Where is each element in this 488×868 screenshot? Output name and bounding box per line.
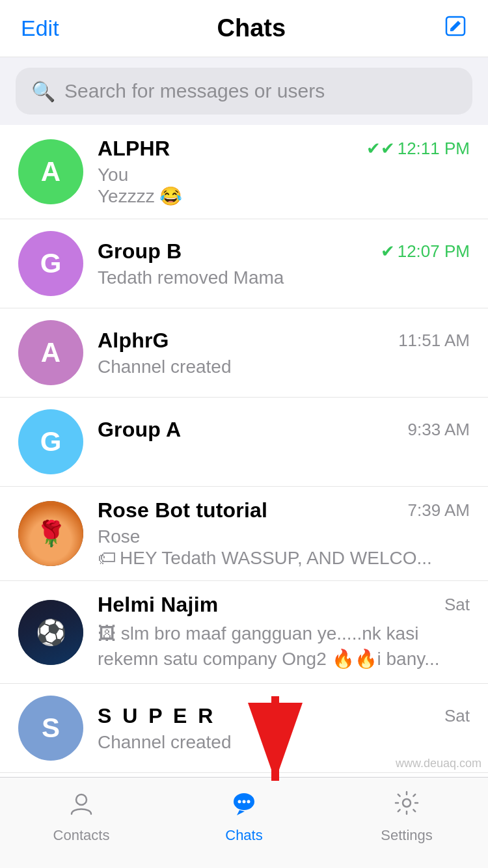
avatar: A (18, 320, 83, 385)
avatar-image: 🌹 (18, 501, 83, 566)
chats-icon (230, 789, 258, 823)
chat-sender: Rose (98, 526, 470, 547)
chat-name: S U P E R (98, 704, 215, 728)
chat-time: ✔✔ 12:11 PM (366, 139, 470, 159)
list-item[interactable]: ⚽ Helmi Najim Sat 🖼 slm bro maaf ganggua… (0, 581, 488, 684)
search-icon: 🔍 (31, 80, 55, 103)
tab-contacts[interactable]: Contacts (0, 789, 163, 844)
chat-message: Yezzzz 😂 (98, 185, 470, 207)
chat-name: AlphrG (98, 329, 169, 353)
header: Edit Chats (0, 0, 488, 57)
list-item[interactable]: A AlphrG 11:51 AM Channel created (0, 308, 488, 398)
svg-point-7 (247, 800, 251, 804)
chat-time: ✔ 12:07 PM (381, 241, 470, 262)
avatar: G (18, 231, 83, 296)
chat-name: ALPHR (98, 137, 170, 161)
page-title: Chats (217, 14, 286, 42)
chat-content: S U P E R Sat Channel created (98, 704, 470, 753)
chat-name: Helmi Najim (98, 593, 218, 617)
list-item[interactable]: 🌹 Rose Bot tutorial 7:39 AM Rose 🏷 HEY T… (0, 487, 488, 581)
chat-content: AlphrG 11:51 AM Channel created (98, 329, 470, 377)
chat-message: Tedath removed Mama (98, 267, 470, 288)
chat-time: Sat (444, 706, 470, 726)
tab-contacts-label: Contacts (53, 827, 110, 844)
watermark: www.deuaq.com (396, 757, 481, 770)
chat-message: Channel created (98, 357, 470, 377)
chat-sender: You (98, 165, 470, 185)
chat-message: 🖼 slm bro maaf gangguan ye.....nk kasi r… (98, 621, 470, 671)
tab-settings-label: Settings (381, 827, 433, 844)
contacts-icon (68, 789, 95, 823)
chat-content: Group A 9:33 AM (98, 418, 470, 467)
tab-bar: Contacts Chats Settings (0, 777, 488, 868)
tab-chats[interactable]: Chats (163, 789, 325, 844)
svg-point-5 (238, 800, 241, 804)
chat-content: Group B ✔ 12:07 PM Tedath removed Mama (98, 239, 470, 288)
settings-icon (393, 789, 420, 823)
chat-message: Channel created (98, 732, 470, 753)
tab-chats-label: Chats (225, 827, 262, 844)
chat-content: ALPHR ✔✔ 12:11 PM You Yezzzz 😂 (98, 137, 470, 207)
chat-content: Helmi Najim Sat 🖼 slm bro maaf gangguan … (98, 593, 470, 671)
avatar: S (18, 696, 83, 761)
chat-content: Rose Bot tutorial 7:39 AM Rose 🏷 HEY Ted… (98, 498, 470, 569)
chat-name: Group B (98, 239, 182, 264)
chat-time: 9:33 AM (408, 420, 470, 440)
chat-time: 11:51 AM (398, 331, 470, 351)
list-item[interactable]: G Group A 9:33 AM (0, 398, 488, 487)
check-icon: ✔ (381, 241, 395, 262)
list-item[interactable]: G Group B ✔ 12:07 PM Tedath removed Mama (0, 219, 488, 308)
compose-button[interactable] (444, 14, 467, 43)
list-item[interactable]: A ALPHR ✔✔ 12:11 PM You Yezzzz 😂 (0, 125, 488, 219)
search-input[interactable]: Search for messages or users (64, 80, 325, 102)
chat-message: 🏷 HEY Tedath WASSUP, AND WELCO... (98, 547, 470, 569)
chat-name: Group A (98, 418, 181, 442)
chat-time: 7:39 AM (408, 500, 470, 521)
svg-point-6 (243, 800, 246, 804)
search-bar-container: 🔍 Search for messages or users (0, 57, 488, 125)
avatar-image: ⚽ (18, 600, 83, 665)
chat-message (98, 446, 470, 467)
svg-point-8 (403, 799, 411, 807)
avatar: A (18, 139, 83, 204)
double-check-icon: ✔✔ (366, 139, 395, 159)
edit-button[interactable]: Edit (21, 16, 59, 41)
svg-point-3 (76, 794, 87, 805)
chat-time: Sat (444, 595, 470, 615)
avatar: G (18, 409, 83, 474)
chat-name: Rose Bot tutorial (98, 498, 267, 522)
search-bar[interactable]: 🔍 Search for messages or users (16, 68, 472, 115)
avatar: ⚽ (18, 600, 83, 665)
chat-list: A ALPHR ✔✔ 12:11 PM You Yezzzz 😂 G Group… (0, 125, 488, 864)
tab-settings[interactable]: Settings (325, 789, 488, 844)
avatar: 🌹 (18, 501, 83, 566)
sticker-icon: 🏷 (98, 547, 116, 569)
